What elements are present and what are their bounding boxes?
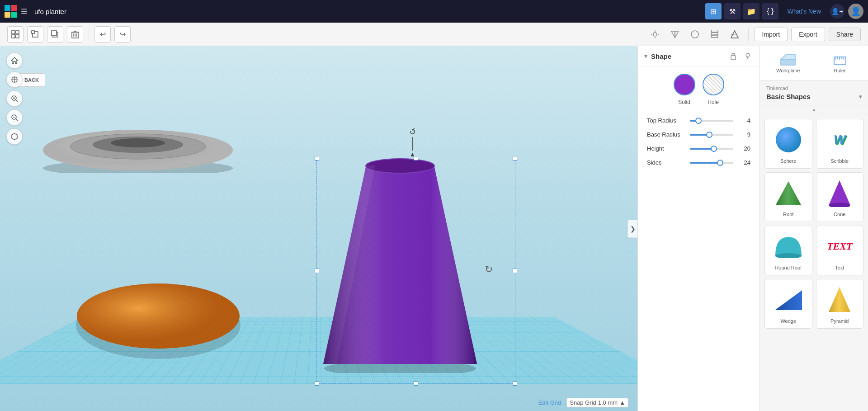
sides-fill (690, 162, 720, 164)
mirror-icon (670, 30, 679, 39)
dropdown-arrow-icon[interactable]: ▾ (859, 94, 862, 100)
svg-marker-68 (776, 181, 801, 205)
shape-item-round-roof[interactable]: Round Roof (764, 226, 812, 275)
share-btn[interactable]: Share (829, 28, 861, 41)
group-btn[interactable] (7, 26, 24, 43)
export-btn[interactable]: Export (791, 28, 825, 41)
top-nav: ☰ ufo planter ⊞ ⚒ 📁 { } What's New 👤+ 👤 (0, 0, 868, 23)
hammer-btn[interactable]: ⚒ (724, 3, 741, 19)
stack-icon (710, 30, 719, 39)
hole-option[interactable]: Hole (703, 74, 724, 105)
svg-rect-24 (712, 30, 718, 32)
base-radius-slider[interactable] (690, 134, 733, 136)
zoom-out-btn[interactable] (6, 109, 23, 126)
delete-btn[interactable] (67, 26, 83, 43)
import-btn[interactable]: Import (754, 28, 788, 41)
right-panel: Workplane Ruler Tinkercad Basic Shapes ▾ (760, 46, 868, 411)
right-panel-sub: Tinkercad (766, 85, 862, 91)
pyramid-svg (827, 286, 852, 314)
duplicate-btn[interactable] (47, 26, 63, 43)
ruler-btn[interactable]: Ruler (816, 51, 864, 76)
code-btn[interactable]: { } (762, 3, 778, 19)
ufo-disc-object[interactable] (36, 109, 240, 175)
shapes-grid: Sphere W Scribble (764, 119, 863, 329)
solid-circle (674, 74, 695, 95)
purple-cone-object[interactable] (323, 156, 477, 375)
shape-item-text[interactable]: TEXT Text (816, 226, 864, 275)
lock-icon[interactable] (728, 51, 739, 61)
shape-header-icons (728, 51, 753, 61)
svg-point-54 (746, 53, 750, 57)
height-thumb[interactable] (711, 146, 717, 152)
zoom-in-btn[interactable] (6, 90, 23, 107)
svg-rect-7 (52, 31, 57, 36)
folder-btn[interactable]: 📁 (743, 3, 760, 19)
add-user-btn[interactable]: 👤+ (830, 4, 844, 19)
height-label: Height (647, 145, 685, 152)
shape-item-sphere[interactable]: Sphere (764, 119, 812, 169)
edit-grid-bar: Edit Grid Snap Grid 1.0 mm ▲ (538, 398, 628, 407)
svg-point-14 (653, 33, 657, 36)
bulb-icon[interactable] (742, 51, 753, 61)
top-radius-thumb[interactable] (695, 118, 702, 124)
pyramid-visual (824, 284, 855, 316)
viewport[interactable]: BACK (0, 46, 637, 411)
whats-new-btn[interactable]: What's New (782, 8, 826, 15)
scroll-up-btn[interactable]: ▲ (760, 105, 868, 114)
shape-panel-title: Shape (651, 52, 724, 60)
grid-view-btn[interactable]: ⊞ (705, 3, 722, 19)
logo-sq-teal (5, 5, 10, 11)
circle-btn[interactable] (687, 26, 703, 43)
ruler-icon (833, 53, 847, 66)
logo[interactable] (5, 5, 17, 18)
svg-line-36 (16, 119, 18, 121)
stack-btn[interactable] (707, 26, 723, 43)
flip-btn[interactable] (726, 26, 743, 43)
params-section: Top Radius 4 Base Radius 9 Height (638, 113, 760, 180)
redo-btn[interactable]: ↪ (114, 26, 131, 43)
top-radius-slider[interactable] (690, 120, 733, 122)
view3d-btn[interactable] (6, 128, 23, 145)
sides-label: Sides (647, 159, 685, 166)
rotate-handle[interactable]: ↻ (485, 264, 493, 275)
ungroup-btn[interactable] (27, 26, 43, 43)
zoom-out-icon (11, 114, 18, 121)
snap-grid-select[interactable]: Snap Grid 1.0 mm ▲ (566, 398, 628, 407)
fit-view-btn[interactable] (6, 71, 23, 88)
svg-marker-73 (775, 290, 802, 310)
solid-option[interactable]: Solid (674, 74, 695, 105)
light-btn[interactable] (647, 26, 663, 43)
avatar[interactable]: 👤 (848, 4, 863, 19)
logo-sq-red (11, 5, 17, 11)
shape-item-cone[interactable]: Cone (816, 172, 864, 222)
move-handle[interactable]: ↺ ▲ (409, 127, 416, 158)
sides-thumb[interactable] (717, 160, 723, 166)
hamburger-icon[interactable]: ☰ (21, 7, 27, 16)
round-roof-svg (774, 235, 803, 258)
right-panel-header: Tinkercad Basic Shapes ▾ (760, 81, 868, 105)
shape-item-pyramid[interactable]: Pyramid (816, 279, 864, 329)
orange-oval-object[interactable] (75, 271, 242, 348)
workplane-btn[interactable]: Workplane (764, 51, 812, 76)
circle-icon (690, 30, 699, 39)
mirror-btn[interactable] (667, 26, 683, 43)
panel-expand-arrow[interactable]: ❯ (627, 220, 637, 238)
shape-item-roof[interactable]: Roof (764, 172, 812, 222)
shape-chevron-icon[interactable]: ▾ (644, 52, 647, 60)
svg-marker-19 (671, 31, 675, 38)
top-radius-value: 4 (738, 117, 750, 124)
shape-item-wedge[interactable]: Wedge (764, 279, 812, 329)
shape-item-scribble[interactable]: W Scribble (816, 119, 864, 169)
sides-slider[interactable] (690, 162, 733, 164)
wedge-visual (773, 284, 804, 316)
purple-cone-shape (323, 156, 477, 373)
cone-visual (824, 177, 855, 209)
undo-btn[interactable]: ↩ (94, 26, 111, 43)
home-view-btn[interactable] (6, 52, 23, 69)
lock-svg (730, 52, 736, 60)
edit-grid-label[interactable]: Edit Grid (538, 399, 561, 406)
height-slider[interactable] (690, 148, 733, 150)
pyramid-label: Pyramid (830, 318, 849, 324)
base-radius-thumb[interactable] (706, 132, 712, 138)
project-name[interactable]: ufo planter (34, 8, 66, 15)
